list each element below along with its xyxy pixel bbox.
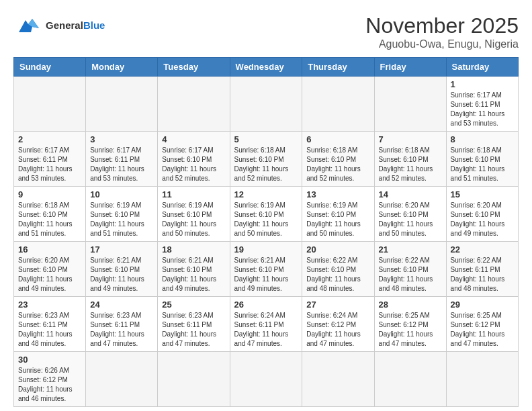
title-block: November 2025 Aguobu-Owa, Enugu, Nigeria	[365, 13, 519, 50]
empty-cell	[14, 77, 86, 132]
day-8: 8 Sunrise: 6:18 AMSunset: 6:10 PMDayligh…	[446, 132, 518, 187]
calendar-row-3: 9 Sunrise: 6:18 AMSunset: 6:10 PMDayligh…	[14, 187, 519, 242]
empty-cell	[374, 77, 446, 132]
day-11: 11 Sunrise: 6:19 AMSunset: 6:10 PMDaylig…	[158, 187, 230, 242]
empty-cell	[302, 352, 374, 407]
header-wednesday: Wednesday	[230, 58, 302, 77]
calendar-table: Sunday Monday Tuesday Wednesday Thursday…	[13, 57, 519, 407]
day-14: 14 Sunrise: 6:20 AMSunset: 6:10 PMDaylig…	[374, 187, 446, 242]
day-27: 27 Sunrise: 6:24 AMSunset: 6:12 PMDaylig…	[302, 297, 374, 352]
day-6: 6 Sunrise: 6:18 AMSunset: 6:10 PMDayligh…	[302, 132, 374, 187]
logo-general: General	[46, 19, 83, 31]
day-2: 2 Sunrise: 6:17 AMSunset: 6:11 PMDayligh…	[14, 132, 86, 187]
empty-cell	[302, 77, 374, 132]
logo-icon	[13, 13, 43, 38]
empty-cell	[230, 77, 302, 132]
empty-cell	[158, 352, 230, 407]
header-tuesday: Tuesday	[158, 58, 230, 77]
day-18: 18 Sunrise: 6:21 AMSunset: 6:10 PMDaylig…	[158, 242, 230, 297]
empty-cell	[158, 77, 230, 132]
day-22: 22 Sunrise: 6:22 AMSunset: 6:11 PMDaylig…	[446, 242, 518, 297]
day-7: 7 Sunrise: 6:18 AMSunset: 6:10 PMDayligh…	[374, 132, 446, 187]
page-header: GeneralBlue November 2025 Aguobu-Owa, En…	[13, 13, 519, 50]
month-title: November 2025	[365, 13, 519, 38]
weekday-header-row: Sunday Monday Tuesday Wednesday Thursday…	[14, 58, 519, 77]
header-saturday: Saturday	[446, 58, 518, 77]
day-26: 26 Sunrise: 6:24 AMSunset: 6:11 PMDaylig…	[230, 297, 302, 352]
day-3: 3 Sunrise: 6:17 AMSunset: 6:11 PMDayligh…	[86, 132, 158, 187]
day-12: 12 Sunrise: 6:19 AMSunset: 6:10 PMDaylig…	[230, 187, 302, 242]
empty-cell	[86, 352, 158, 407]
logo-blue: Blue	[83, 19, 105, 31]
day-20: 20 Sunrise: 6:22 AMSunset: 6:10 PMDaylig…	[302, 242, 374, 297]
empty-cell	[86, 77, 158, 132]
day-5: 5 Sunrise: 6:18 AMSunset: 6:10 PMDayligh…	[230, 132, 302, 187]
day-25: 25 Sunrise: 6:23 AMSunset: 6:11 PMDaylig…	[158, 297, 230, 352]
header-sunday: Sunday	[14, 58, 86, 77]
day-30: 30 Sunrise: 6:26 AMSunset: 6:12 PMDaylig…	[14, 352, 86, 407]
day-19: 19 Sunrise: 6:21 AMSunset: 6:10 PMDaylig…	[230, 242, 302, 297]
logo: GeneralBlue	[13, 13, 105, 38]
header-monday: Monday	[86, 58, 158, 77]
empty-cell	[230, 352, 302, 407]
empty-cell	[374, 352, 446, 407]
calendar-row-2: 2 Sunrise: 6:17 AMSunset: 6:11 PMDayligh…	[14, 132, 519, 187]
header-thursday: Thursday	[302, 58, 374, 77]
calendar-row-5: 23 Sunrise: 6:23 AMSunset: 6:11 PMDaylig…	[14, 297, 519, 352]
empty-cell	[446, 352, 518, 407]
calendar-row-6: 30 Sunrise: 6:26 AMSunset: 6:12 PMDaylig…	[14, 352, 519, 407]
day-29: 29 Sunrise: 6:25 AMSunset: 6:12 PMDaylig…	[446, 297, 518, 352]
calendar-row-1: 1 Sunrise: 6:17 AM Sunset: 6:11 PM Dayli…	[14, 77, 519, 132]
day-23: 23 Sunrise: 6:23 AMSunset: 6:11 PMDaylig…	[14, 297, 86, 352]
header-friday: Friday	[374, 58, 446, 77]
calendar-row-4: 16 Sunrise: 6:20 AMSunset: 6:10 PMDaylig…	[14, 242, 519, 297]
day-15: 15 Sunrise: 6:20 AMSunset: 6:10 PMDaylig…	[446, 187, 518, 242]
day-16: 16 Sunrise: 6:20 AMSunset: 6:10 PMDaylig…	[14, 242, 86, 297]
day-1: 1 Sunrise: 6:17 AM Sunset: 6:11 PM Dayli…	[446, 77, 518, 132]
day-24: 24 Sunrise: 6:23 AMSunset: 6:11 PMDaylig…	[86, 297, 158, 352]
day-21: 21 Sunrise: 6:22 AMSunset: 6:10 PMDaylig…	[374, 242, 446, 297]
day-10: 10 Sunrise: 6:19 AMSunset: 6:10 PMDaylig…	[86, 187, 158, 242]
day-28: 28 Sunrise: 6:25 AMSunset: 6:12 PMDaylig…	[374, 297, 446, 352]
day-13: 13 Sunrise: 6:19 AMSunset: 6:10 PMDaylig…	[302, 187, 374, 242]
day-9: 9 Sunrise: 6:18 AMSunset: 6:10 PMDayligh…	[14, 187, 86, 242]
location: Aguobu-Owa, Enugu, Nigeria	[365, 38, 519, 50]
day-4: 4 Sunrise: 6:17 AMSunset: 6:10 PMDayligh…	[158, 132, 230, 187]
day-17: 17 Sunrise: 6:21 AMSunset: 6:10 PMDaylig…	[86, 242, 158, 297]
